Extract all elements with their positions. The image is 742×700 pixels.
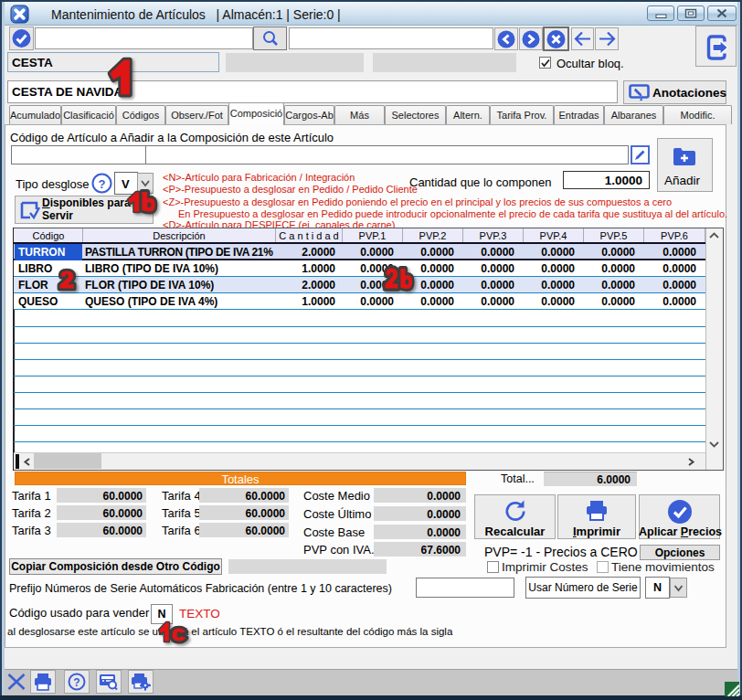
svg-text:?: ? — [99, 177, 106, 191]
svg-text:?: ? — [73, 676, 80, 689]
